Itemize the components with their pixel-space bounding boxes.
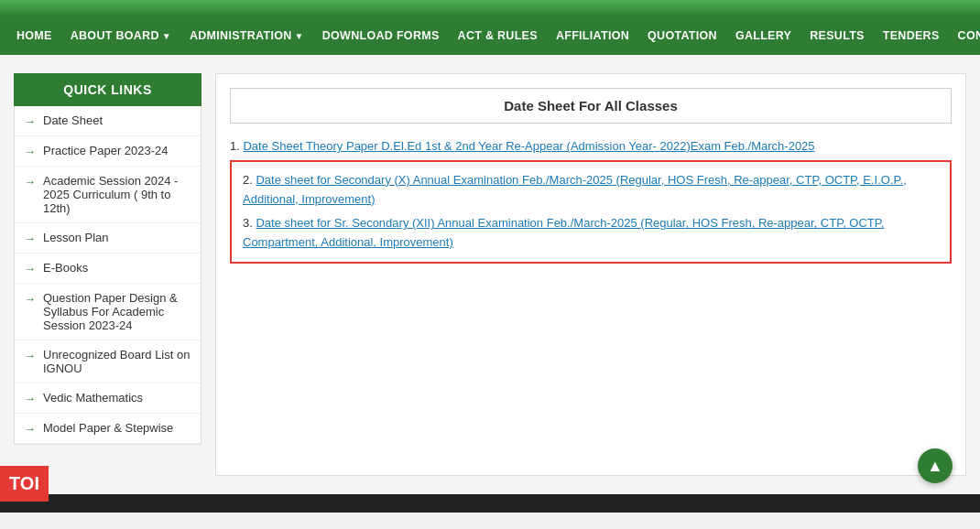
arrow-icon: →	[24, 114, 36, 128]
arrow-icon: →	[24, 292, 36, 306]
arrow-icon: →	[24, 422, 36, 436]
sidebar-item-question-paper[interactable]: → Question Paper Design & Syllabus For A…	[15, 284, 201, 340]
sidebar-item-model-paper[interactable]: → Model Paper & Stepwise	[15, 414, 201, 444]
arrow-icon: →	[24, 232, 36, 245]
sidebar-item-unrecognized-board[interactable]: → Unrecognized Board List on IGNOU	[15, 340, 201, 383]
nav-quotation[interactable]: QUOTATION	[638, 16, 726, 55]
nav-results[interactable]: RESULTS	[800, 16, 874, 55]
nav-about-board[interactable]: ABOUT BOARD ▼	[61, 16, 180, 55]
sidebar: QUICK LINKS → Date Sheet → Practice Pape…	[14, 73, 201, 476]
sidebar-item-date-sheet[interactable]: → Date Sheet	[15, 106, 201, 136]
date-sheet-item-2: 2. Date sheet for Secondary (X) Annual E…	[243, 171, 939, 210]
chevron-down-icon: ▼	[295, 31, 304, 41]
sidebar-item-vedic-math[interactable]: → Vedic Mathematics	[15, 383, 201, 414]
nav-tenders[interactable]: TENDERS	[874, 16, 949, 55]
main-content: Date Sheet For All Classes 1. Date Sheet…	[215, 73, 966, 476]
arrow-icon: →	[24, 175, 36, 189]
nav-affiliation[interactable]: AFFILIATION	[547, 16, 638, 55]
chevron-down-icon: ▼	[162, 31, 171, 41]
highlighted-box: 2. Date sheet for Secondary (X) Annual E…	[230, 160, 952, 264]
sidebar-item-ebooks[interactable]: → E-Books	[15, 254, 201, 284]
nav-download-forms[interactable]: DOWNLOAD FORMS	[313, 16, 449, 55]
nav-administration[interactable]: ADMINISTRATION ▼	[180, 16, 313, 55]
sidebar-item-practice-paper[interactable]: → Practice Paper 2023-24	[15, 136, 201, 167]
main-header: Date Sheet For All Classes	[230, 88, 952, 124]
date-sheet-item-3: 3. Date sheet for Sr. Secondary (XII) An…	[243, 214, 939, 253]
nav-contact-us[interactable]: CONTACT US	[949, 16, 980, 55]
date-sheet-link-2[interactable]: Date sheet for Secondary (X) Annual Exam…	[243, 173, 907, 206]
sidebar-links: → Date Sheet → Practice Paper 2023-24 → …	[14, 106, 201, 445]
date-sheet-item-1: 1. Date Sheet Theory Paper D.El.Ed 1st &…	[230, 137, 952, 157]
content-wrapper: QUICK LINKS → Date Sheet → Practice Pape…	[0, 55, 980, 494]
arrow-icon: →	[24, 392, 36, 405]
top-bar	[0, 0, 980, 16]
date-sheet-link-1[interactable]: Date Sheet Theory Paper D.El.Ed 1st & 2n…	[243, 139, 814, 153]
scroll-top-button[interactable]: ▲	[918, 448, 953, 483]
sidebar-title: QUICK LINKS	[14, 73, 201, 106]
date-sheet-link-3[interactable]: Date sheet for Sr. Secondary (XII) Annua…	[243, 216, 884, 249]
sidebar-item-lesson-plan[interactable]: → Lesson Plan	[15, 223, 201, 254]
sidebar-item-academic-session[interactable]: → Academic Session 2024 - 2025 Curriculu…	[15, 167, 201, 223]
arrow-icon: →	[24, 349, 36, 362]
toi-badge: TOI	[0, 466, 49, 502]
bottom-bar	[0, 494, 980, 513]
arrow-icon: →	[24, 262, 36, 275]
links-section: 1. Date Sheet Theory Paper D.El.Ed 1st &…	[230, 137, 952, 264]
nav-act-rules[interactable]: ACT & RULES	[449, 16, 547, 55]
arrow-icon: →	[24, 145, 36, 158]
main-nav: HOME ABOUT BOARD ▼ ADMINISTRATION ▼ DOWN…	[0, 16, 980, 55]
nav-gallery[interactable]: GALLERY	[726, 16, 800, 55]
nav-home[interactable]: HOME	[7, 16, 61, 55]
